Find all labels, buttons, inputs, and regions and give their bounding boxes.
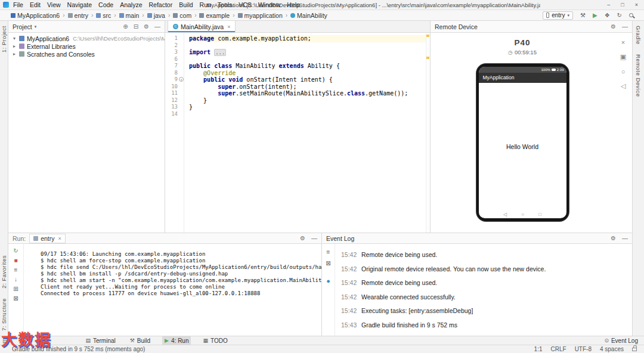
menu-item[interactable]: View: [47, 0, 61, 10]
warning-stripe-mark[interactable]: [426, 35, 429, 37]
menu-item[interactable]: Code: [98, 0, 113, 10]
run-console[interactable]: 09/17 15:43:06: Launching com.example.my…: [24, 244, 321, 336]
expand-arrow-icon[interactable]: ▸: [13, 44, 19, 49]
status-message[interactable]: Gradle build finished in 9 s 752 ms (mom…: [12, 346, 145, 352]
info-balloon-icon[interactable]: ●: [326, 277, 330, 284]
code-line[interactable]: [189, 111, 430, 118]
toolwindow-stripe-button[interactable]: Gradle: [635, 26, 642, 45]
code-line[interactable]: public class MainAbility extends Ability…: [189, 63, 430, 70]
home-button-icon[interactable]: ○: [621, 68, 626, 75]
close-button[interactable]: ×: [635, 0, 638, 10]
code-line[interactable]: public void onStart(Intent intent) {: [189, 76, 430, 83]
breadcrumb-item[interactable]: myapplication: [238, 12, 291, 19]
toolwindow-run[interactable]: ▶ 4: Run: [162, 336, 191, 345]
expand-arrow-icon[interactable]: ▸: [13, 51, 19, 57]
print-icon[interactable]: ⊞: [13, 286, 18, 292]
breadcrumb-item[interactable]: MainAbility: [290, 12, 333, 19]
line-number[interactable]: 1: [165, 35, 184, 42]
soft-wrap-icon[interactable]: ≡: [327, 249, 330, 255]
run-tab-entry[interactable]: entry ×: [29, 234, 66, 243]
line-number[interactable]: 9↑: [165, 76, 184, 83]
folded-imports[interactable]: ...: [214, 49, 226, 56]
phone-mockup[interactable]: 100% 2:39 MyApplication Hello World ◁○□: [476, 64, 569, 221]
line-number[interactable]: 6: [165, 56, 184, 63]
sync-icon[interactable]: ↻: [617, 12, 622, 18]
code-line[interactable]: import ...: [189, 49, 430, 56]
status-widget[interactable]: 4 spaces: [600, 346, 624, 352]
breadcrumb-item[interactable]: entry: [68, 12, 97, 19]
soft-wrap-icon[interactable]: ≡: [14, 267, 18, 273]
breadcrumb-item[interactable]: MyApplication6: [11, 12, 68, 19]
hide-icon[interactable]: —: [622, 235, 628, 241]
close-tab-icon[interactable]: ×: [227, 24, 230, 30]
line-number[interactable]: 11: [165, 90, 184, 97]
project-panel-title[interactable]: Project: [13, 23, 32, 30]
toolwindow-todo[interactable]: ▦ TODO: [200, 336, 230, 345]
line-number[interactable]: 2: [165, 42, 184, 49]
minimize-button[interactable]: –: [607, 0, 610, 10]
breadcrumb-item[interactable]: java: [147, 12, 174, 19]
line-number[interactable]: 14: [165, 111, 184, 118]
toolwindow-stripe-button[interactable]: 2: Favorites: [1, 255, 7, 289]
code-line[interactable]: [189, 42, 430, 49]
settings-gear-icon[interactable]: ⚙: [611, 235, 616, 241]
hide-icon[interactable]: —: [622, 23, 628, 30]
chevron-down-icon[interactable]: ▾: [35, 24, 37, 29]
rerun-icon[interactable]: ↻: [13, 247, 18, 254]
editor-tab-mainability[interactable]: C MainAbility.java ×: [168, 21, 236, 32]
status-widget[interactable]: 1:1: [534, 346, 543, 352]
back-button-icon[interactable]: ◁: [621, 82, 626, 90]
line-number[interactable]: 8: [165, 70, 184, 77]
phone-screen[interactable]: 100% 2:39 MyApplication Hello World ◁○□: [479, 67, 566, 218]
toolwindow-eventlog-button[interactable]: ⊙ Event Log: [604, 337, 644, 344]
screenshot-icon[interactable]: ▣: [620, 53, 626, 61]
menu-item[interactable]: Refactor: [149, 0, 173, 10]
event-log-entries[interactable]: 15:42 Remote device being used. 15:42 Or…: [335, 244, 632, 336]
nav-back-icon[interactable]: ◁: [503, 212, 507, 217]
select-opened-file-icon[interactable]: ⊕: [123, 23, 128, 30]
toolwindow-stripe-button[interactable]: Remote Device: [635, 54, 642, 97]
stop-icon[interactable]: ■: [14, 257, 17, 264]
code-line[interactable]: super.setMainRoute(MainAbilitySlice.clas…: [189, 90, 430, 97]
debug-icon[interactable]: ❖: [605, 12, 610, 18]
build-hammer-icon[interactable]: ⚒: [580, 12, 586, 18]
close-tab-icon[interactable]: ×: [58, 236, 61, 241]
warning-stripe-mark[interactable]: [426, 57, 429, 59]
expand-arrow-icon[interactable]: ▾: [13, 36, 19, 41]
close-device-icon[interactable]: ×: [621, 39, 625, 46]
lock-icon[interactable]: [632, 348, 637, 351]
menu-item[interactable]: Navigate: [67, 0, 92, 10]
tree-row[interactable]: ▾ MyApplication6 C:\Users\lhl\DevEcoStud…: [8, 35, 165, 42]
line-number[interactable]: 3: [165, 49, 184, 56]
code-line[interactable]: }: [189, 97, 430, 104]
clear-all-icon[interactable]: ⊠: [326, 260, 330, 267]
line-number[interactable]: 7: [165, 63, 184, 70]
breadcrumb-item[interactable]: example: [199, 12, 237, 19]
code-line[interactable]: [189, 56, 430, 63]
device-select[interactable]: entry ▾: [543, 11, 573, 20]
line-number[interactable]: 13: [165, 104, 184, 111]
breadcrumb-item[interactable]: com: [173, 12, 199, 19]
line-number[interactable]: 12: [165, 97, 184, 104]
menu-item[interactable]: File: [13, 0, 23, 10]
toolwindow-stripe-button[interactable]: 7: Structure: [1, 298, 7, 331]
hide-icon[interactable]: —: [154, 23, 160, 30]
collapse-all-icon[interactable]: ⊟: [134, 23, 138, 30]
toolwindow-terminal[interactable]: ▤ Terminal: [83, 336, 117, 345]
breadcrumb-item[interactable]: src: [96, 12, 119, 19]
clear-all-icon[interactable]: ⊠: [13, 295, 18, 302]
settings-gear-icon[interactable]: ⚙: [144, 23, 149, 30]
status-widget[interactable]: CRLF: [551, 346, 566, 352]
settings-gear-icon[interactable]: ⚙: [300, 235, 305, 241]
override-marker-icon[interactable]: ↑: [179, 77, 184, 82]
line-number[interactable]: 10: [165, 83, 184, 91]
nav-home-icon[interactable]: ○: [521, 212, 524, 217]
breadcrumb-item[interactable]: main: [119, 12, 147, 19]
toolwindow-build[interactable]: ⚒ Build: [128, 336, 153, 345]
code-line[interactable]: super.onStart(intent);: [189, 83, 430, 91]
nav-recents-icon[interactable]: □: [538, 212, 541, 217]
editor-code-lines[interactable]: package com.example.myapplication; impor…: [184, 33, 430, 233]
code-line[interactable]: }: [189, 104, 430, 111]
run-button[interactable]: ▶: [593, 12, 597, 18]
maximize-button[interactable]: □: [621, 0, 624, 10]
